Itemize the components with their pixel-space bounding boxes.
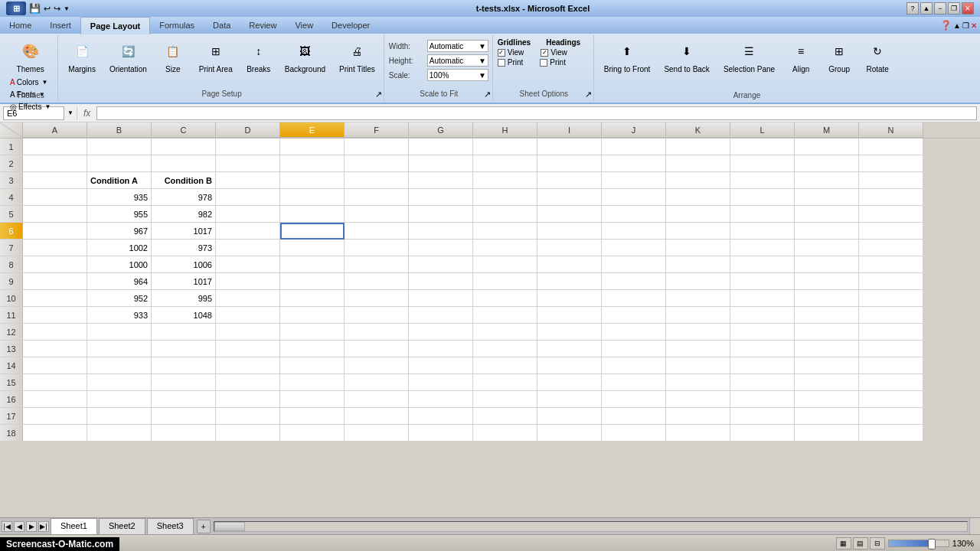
cell-b11[interactable]: 933 [87, 307, 152, 324]
ribbon-min-icon[interactable]: ▲ [953, 21, 961, 30]
ribbon-close-icon[interactable]: ✕ [971, 21, 977, 30]
cell-e2[interactable] [280, 155, 345, 172]
cell-a14[interactable] [23, 357, 87, 374]
minimize-btn[interactable]: − [934, 2, 946, 15]
cell-g18[interactable] [409, 425, 473, 442]
cell-i5[interactable] [537, 206, 602, 223]
tab-developer[interactable]: Developer [322, 17, 379, 34]
col-header-a[interactable]: A [23, 122, 87, 138]
cell-k12[interactable] [666, 324, 730, 341]
cell-f16[interactable] [345, 391, 409, 408]
cell-c6[interactable]: 1017 [152, 223, 216, 240]
cell-b5[interactable]: 955 [87, 206, 152, 223]
sheet-nav-first[interactable]: |◀ [2, 521, 12, 532]
cell-h8[interactable] [473, 256, 537, 273]
cell-k9[interactable] [666, 273, 730, 290]
cell-l14[interactable] [730, 357, 795, 374]
cell-e11[interactable] [280, 307, 345, 324]
cell-b9[interactable]: 964 [87, 273, 152, 290]
row-header-18[interactable]: 18 [0, 425, 23, 442]
cell-i6[interactable] [537, 223, 602, 240]
cell-b1[interactable] [87, 139, 152, 155]
gridlines-print-checkbox[interactable] [498, 59, 505, 67]
cell-n18[interactable] [859, 425, 923, 442]
gridlines-view-checkbox[interactable] [498, 49, 505, 57]
cell-c15[interactable] [152, 374, 216, 391]
cell-d2[interactable] [216, 155, 280, 172]
cell-n2[interactable] [859, 155, 923, 172]
cell-j6[interactable] [602, 223, 666, 240]
row-header-8[interactable]: 8 [0, 256, 23, 273]
sheet-tab-sheet2[interactable]: Sheet2 [99, 518, 145, 534]
cell-j3[interactable] [602, 172, 666, 189]
cell-g11[interactable] [409, 307, 473, 324]
col-header-h[interactable]: H [473, 122, 537, 138]
cell-g8[interactable] [409, 256, 473, 273]
undo-btn[interactable]: ↩ [44, 4, 51, 14]
cell-j16[interactable] [602, 391, 666, 408]
row-header-15[interactable]: 15 [0, 374, 23, 391]
col-header-j[interactable]: J [602, 122, 666, 138]
cell-i9[interactable] [537, 273, 602, 290]
cell-n8[interactable] [859, 256, 923, 273]
cell-k16[interactable] [666, 391, 730, 408]
sheet-tab-sheet3[interactable]: Sheet3 [147, 518, 194, 534]
cell-c4[interactable]: 978 [152, 189, 216, 206]
col-header-n[interactable]: N [859, 122, 923, 138]
cell-k5[interactable] [666, 206, 730, 223]
cell-h14[interactable] [473, 357, 537, 374]
cell-a1[interactable] [23, 139, 87, 155]
cell-h18[interactable] [473, 425, 537, 442]
cell-i1[interactable] [537, 139, 602, 155]
cell-c18[interactable] [152, 425, 216, 442]
cell-g17[interactable] [409, 408, 473, 425]
cell-j7[interactable] [602, 240, 666, 256]
cell-j10[interactable] [602, 290, 666, 307]
cell-l12[interactable] [730, 324, 795, 341]
cell-k2[interactable] [666, 155, 730, 172]
cell-h15[interactable] [473, 374, 537, 391]
cell-d15[interactable] [216, 374, 280, 391]
sheet-nav-next[interactable]: ▶ [26, 521, 37, 532]
ribbon-toggle-btn[interactable]: ▲ [920, 2, 933, 15]
bring-front-button[interactable]: ⬆ Bring to Front [599, 37, 656, 76]
cell-a10[interactable] [23, 290, 87, 307]
cell-b10[interactable]: 952 [87, 290, 152, 307]
cell-a17[interactable] [23, 408, 87, 425]
row-header-6[interactable]: 6 [0, 223, 23, 240]
cell-a15[interactable] [23, 374, 87, 391]
col-header-k[interactable]: K [666, 122, 730, 138]
close-btn[interactable]: ✕ [962, 2, 974, 15]
cell-f6[interactable] [345, 223, 409, 240]
cell-c2[interactable] [152, 155, 216, 172]
cell-f12[interactable] [345, 324, 409, 341]
page-break-view-btn[interactable]: ⊟ [870, 537, 885, 549]
cell-j17[interactable] [602, 408, 666, 425]
row-header-5[interactable]: 5 [0, 206, 23, 223]
cell-m5[interactable] [795, 206, 859, 223]
cell-n10[interactable] [859, 290, 923, 307]
page-setup-expand[interactable]: ↗ [375, 90, 382, 99]
cell-l15[interactable] [730, 374, 795, 391]
cell-m9[interactable] [795, 273, 859, 290]
cell-m8[interactable] [795, 256, 859, 273]
cell-g10[interactable] [409, 290, 473, 307]
row-header-1[interactable]: 1 [0, 139, 23, 155]
cell-d1[interactable] [216, 139, 280, 155]
cell-c14[interactable] [152, 357, 216, 374]
cell-j2[interactable] [602, 155, 666, 172]
cell-g16[interactable] [409, 391, 473, 408]
cell-b6[interactable]: 967 [87, 223, 152, 240]
cell-h6[interactable] [473, 223, 537, 240]
cell-m12[interactable] [795, 324, 859, 341]
cell-a18[interactable] [23, 425, 87, 442]
cell-f3[interactable] [345, 172, 409, 189]
cell-n14[interactable] [859, 357, 923, 374]
cell-g9[interactable] [409, 273, 473, 290]
cell-c11[interactable]: 1048 [152, 307, 216, 324]
cell-e5[interactable] [280, 206, 345, 223]
cell-k7[interactable] [666, 240, 730, 256]
office-button[interactable]: ⊞ [6, 2, 26, 15]
help-btn[interactable]: ? [906, 2, 919, 15]
cell-e12[interactable] [280, 324, 345, 341]
